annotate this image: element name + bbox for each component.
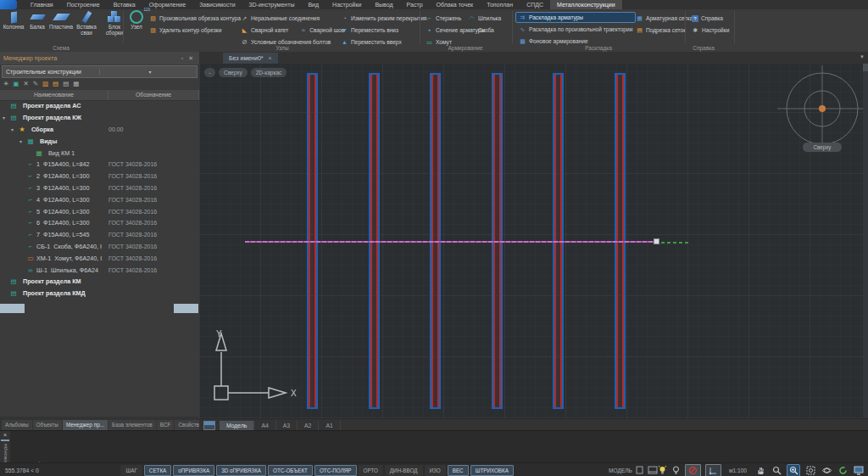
arbitrary-clip-contour-button[interactable]: ▧ Произвольная обрезка контура	[146, 13, 244, 24]
tree-row[interactable]: ▦ Вид КМ 1	[0, 147, 199, 159]
background-reinforcement-button[interactable]: ▩ Фоновое армирование	[515, 36, 636, 47]
column-button[interactable]: Колонна	[3, 10, 25, 36]
drawing-canvas[interactable]: - Сверху 2D-каркас Y X	[199, 64, 868, 418]
panel-tab[interactable]: BCF	[157, 420, 175, 430]
drafting-toggle-button[interactable]: 3D оПРИВЯЗКА	[216, 465, 266, 476]
ribbon-tab[interactable]: Зависимости	[192, 0, 242, 9]
node-button[interactable]: 123 Узел	[125, 10, 147, 31]
ucs-toggle[interactable]	[705, 464, 721, 476]
expand-arrow-icon[interactable]: ▾	[3, 115, 9, 120]
rebar-mesh-button[interactable]: ▦ Арматурная сетка	[632, 13, 696, 24]
ribbon-tab[interactable]: Главная	[24, 0, 60, 9]
ribbon-tab[interactable]: Вставка	[107, 0, 142, 9]
grip-point[interactable]	[654, 238, 659, 244]
toolbar-icon[interactable]: ▣	[13, 80, 19, 87]
tree-row[interactable]: ∞ Ш-1 Шпилька, Ф6А24 ГОСТ 34028-2016	[0, 264, 199, 276]
rebar-distribution-button[interactable]: ⇉ Раскладка арматуры	[515, 12, 636, 23]
sheets-icon[interactable]	[203, 421, 215, 430]
app-logo-icon[interactable]	[0, 0, 17, 9]
clamp-button[interactable]: ∩ Скоба	[465, 25, 504, 36]
drafting-toggle-button[interactable]: ШТРИХОВКА	[470, 465, 514, 476]
tree-row[interactable]: ⌐ 3 Ф12А400, L=300 ГОСТ 34028-2016	[0, 182, 199, 194]
permanent-joints-button[interactable]: ↗ Неразъемные соединения	[237, 13, 348, 24]
ribbon-tab[interactable]: Построение	[60, 0, 107, 9]
tree-row[interactable]: ▾ ▤ Проект раздела КЖ	[0, 112, 199, 124]
drafting-toggle-button[interactable]: СЕТКА	[144, 465, 171, 476]
move-up-button[interactable]: ▲ Переместить вверх	[337, 36, 430, 48]
ribbon-tab[interactable]: Облака точек	[430, 0, 481, 9]
fullscreen-button[interactable]	[853, 465, 865, 476]
drafting-toggle-button[interactable]: оПРИВЯЗКА	[173, 465, 214, 476]
paper-space-icon[interactable]	[636, 466, 644, 474]
tree-row[interactable]: ⌐ 7 Ф15А400, L=545 ГОСТ 34028-2016	[0, 229, 199, 241]
sheet-preview-icon[interactable]	[648, 466, 658, 474]
model-space-label[interactable]: МОДЕЛЬ	[609, 468, 632, 473]
view-direction-control[interactable]: Сверху	[219, 68, 248, 77]
pile-insert-button[interactable]: Вставка сваи	[74, 10, 99, 36]
settings-button[interactable]: ✱ Настройки	[688, 25, 732, 36]
pin-panel-icon[interactable]: ▫	[179, 55, 186, 61]
layout-tab[interactable]: А2	[298, 421, 319, 430]
toolbar-icon[interactable]: ✳	[3, 80, 8, 87]
annotation-scale[interactable]: м1:100	[729, 468, 747, 473]
annotation-visibility-toggle[interactable]	[685, 464, 701, 476]
chevron-down-icon[interactable]: ▾	[99, 69, 197, 75]
layout-tab[interactable]: Модель	[220, 421, 254, 430]
drafting-toggle-button[interactable]: ВЕС	[448, 465, 469, 476]
ribbon-tab[interactable]: Вывод	[368, 0, 399, 9]
rebar-distribution-line[interactable]	[245, 241, 655, 243]
ribbon-tab[interactable]: Настройки	[326, 0, 368, 9]
layout-tab[interactable]: А3	[276, 421, 298, 430]
view-locator[interactable]	[776, 64, 868, 148]
tree-row[interactable]: ▤ Проект раздела КМ	[0, 276, 199, 288]
help-button[interactable]: ? Справка	[688, 13, 732, 24]
light-bulb-icon[interactable]	[671, 465, 681, 475]
overlap-mode-button[interactable]: ◔ Изменить режим перекрытия	[337, 13, 430, 24]
panel-tab[interactable]: База элементов	[108, 420, 156, 430]
mesh-trim-button[interactable]: ▤ Подрезка сеток	[632, 25, 696, 36]
tree-row[interactable]: ⌐ СБ-1 Скоба, Ф6А240, I ГОСТ 34028-2016	[0, 241, 199, 253]
tree-row[interactable]: ⌐ 5 Ф12А400, L=300 ГОСТ 34028-2016	[0, 205, 199, 217]
tab-list-arrow-icon[interactable]: ▼	[860, 54, 865, 59]
distribution-by-path-button[interactable]: ∿ Раскладка по произвольной траектории	[515, 24, 636, 35]
ribbon-tab[interactable]: 3D-инструменты	[242, 0, 302, 9]
column-header-designation[interactable]: Обозначение	[108, 90, 199, 100]
tree-row[interactable]: ⌐ 1 Ф15А400, L=842 ГОСТ 34028-2016	[0, 159, 199, 171]
toolbar-icon[interactable]: ✎	[33, 80, 38, 87]
toolbar-icon[interactable]: ▥	[42, 80, 48, 87]
ribbon-tab[interactable]: Растр	[400, 0, 430, 9]
column-header-name[interactable]: Наименование	[0, 90, 108, 100]
regen-button[interactable]	[837, 465, 849, 476]
command-line-area[interactable]: × Команды - cancelrfdistribution - Раскл…	[0, 430, 868, 465]
drafting-toggle-button[interactable]: ОТС-ПОЛЯР	[314, 465, 357, 476]
plate-button[interactable]: Пластина	[50, 10, 72, 36]
tree-row[interactable]: ▾ ▦ Виды	[0, 135, 199, 147]
tree-row[interactable]: ⌐ 2 Ф12А400, L=300 ГОСТ 34028-2016	[0, 171, 199, 182]
light-bulb-on-icon[interactable]	[658, 465, 667, 475]
tree-row[interactable]: ⌐ 4 Ф12А400, L=300 ГОСТ 34028-2016	[0, 193, 199, 205]
ribbon-tab[interactable]: Вид	[301, 0, 326, 9]
project-filter-dropdown[interactable]: Строительные конструкции ▾	[2, 65, 198, 78]
drafting-toggle-button[interactable]: ШАГ	[120, 465, 142, 476]
drafting-toggle-button[interactable]: ОТС-ОБЪЕКТ	[268, 465, 313, 476]
view-locator-label[interactable]: Сверху	[803, 143, 842, 152]
tree-row[interactable]: ▭ ХМ-1 Хомут, Ф6А240, I ГОСТ 34028-2016	[0, 252, 199, 264]
weld-fillet-button[interactable]: ◣ Сварной катет	[237, 25, 292, 36]
bolt-symbols-button[interactable]: Ø Условные обозначения болтов	[237, 36, 348, 48]
zoom-button[interactable]	[771, 465, 782, 476]
drafting-toggle-button[interactable]: ОРТО	[359, 465, 383, 476]
panel-tab[interactable]: Менеджер пр...	[63, 420, 108, 430]
toolbar-icon[interactable]: ✕	[23, 80, 28, 87]
pan-button[interactable]	[754, 465, 766, 476]
viewport-minimize-control[interactable]: -	[204, 68, 215, 77]
scrollbar-button[interactable]	[174, 304, 198, 313]
beam-button[interactable]: Балка	[26, 10, 48, 36]
panel-horizontal-scrollbar[interactable]	[0, 304, 199, 313]
panel-tab[interactable]: Альбомы	[2, 420, 32, 430]
panel-tab[interactable]: Объекты	[33, 420, 62, 430]
close-icon[interactable]: ×	[3, 432, 7, 438]
tree-row[interactable]: ▤ Проект раздела КМД	[0, 288, 199, 300]
toolbar-icon[interactable]: ▤	[63, 80, 69, 87]
toolbar-icon[interactable]: ▦	[73, 80, 79, 87]
ribbon-tab[interactable]: Металлоконструкции	[550, 0, 622, 9]
